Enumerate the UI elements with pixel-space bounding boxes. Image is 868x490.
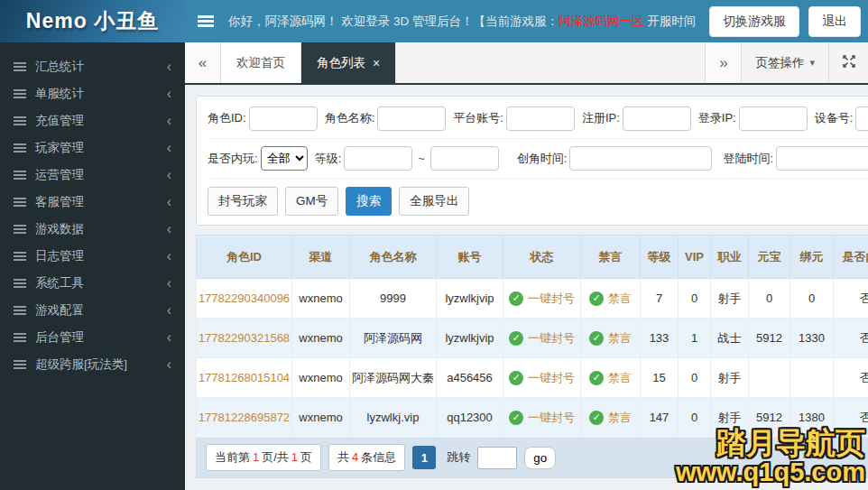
cell-yuanbao: 0 — [749, 279, 790, 319]
tab-role-list[interactable]: 角色列表× — [301, 42, 396, 83]
internal-play-select[interactable]: 全部 — [261, 146, 308, 171]
header-bar: 你好，阿泽源码网！ 欢迎登录 3D 管理后台！【当前游戏服：阿泽源码网一区 开服… — [185, 0, 868, 42]
header-role-id: 角色ID — [197, 236, 292, 279]
header-bangyuan: 绑元 — [790, 236, 834, 279]
cell-role-name: lyzwlkj.vip — [350, 398, 437, 438]
check-icon: ✓ — [589, 291, 604, 306]
close-icon[interactable]: × — [373, 56, 380, 70]
open-time-label: 开服时间： — [644, 14, 700, 28]
sidebar-item-backend-mgmt[interactable]: 后台管理‹ — [0, 324, 185, 351]
page-info-text: 页/共 — [262, 450, 289, 464]
mute-button[interactable]: ✓禁言 — [589, 410, 632, 426]
create-time-input[interactable] — [569, 146, 712, 171]
tabs-scroll-right-button[interactable]: » — [705, 42, 741, 83]
table-row: 17781268015104 wxnemo 阿泽源码网大秦 a456456 ✓一… — [197, 358, 868, 398]
gm-account-button[interactable]: GM号 — [285, 187, 338, 216]
go-button[interactable]: go — [524, 447, 556, 469]
switch-server-button[interactable]: 切换游戏服 — [709, 6, 799, 37]
sidebar-item-label: 玩家管理 — [35, 140, 167, 156]
current-server-name: 阿泽源码网一区 — [559, 14, 644, 28]
cell-role-id[interactable]: 17781228695872 — [197, 398, 292, 438]
device-id-input[interactable] — [855, 106, 868, 131]
level-min-input[interactable] — [344, 146, 412, 171]
mute-label: 禁言 — [608, 291, 632, 307]
sidebar-item-customer-service[interactable]: 客服管理‹ — [0, 189, 185, 216]
logout-button[interactable]: 退出 — [808, 6, 861, 37]
one-click-ban-button[interactable]: ✓一键封号 — [509, 291, 575, 307]
table-row: 17781228695872 wxnemo lyzwlkj.vip qq1230… — [197, 398, 868, 438]
expand-icon — [842, 54, 856, 71]
check-icon: ✓ — [589, 331, 604, 346]
record-count-number: 4 — [352, 450, 358, 464]
level-max-input[interactable] — [430, 146, 499, 171]
jump-page-input[interactable] — [477, 447, 517, 469]
login-ip-input[interactable] — [739, 106, 808, 131]
sidebar-item-single-server-stats[interactable]: 单服统计‹ — [0, 80, 185, 107]
cell-role-id[interactable]: 17782290340096 — [197, 279, 292, 319]
cell-internal: 否 — [834, 398, 868, 438]
chevron-left-icon: ‹ — [167, 89, 171, 98]
sidebar-item-game-config[interactable]: 游戏配置‹ — [0, 297, 185, 324]
tab-spacer — [396, 42, 705, 83]
role-id-label: 角色ID: — [208, 110, 246, 126]
sidebar-item-super-crossserver[interactable]: 超级跨服[玩法类]‹ — [0, 351, 185, 378]
sidebar-toggle-icon[interactable] — [198, 15, 214, 27]
role-id-input[interactable] — [249, 106, 318, 131]
cell-role-id[interactable]: 17782290321568 — [197, 319, 292, 358]
cell-yuanbao: 5912 — [749, 398, 790, 438]
banned-players-button[interactable]: 封号玩家 — [208, 187, 278, 216]
export-all-button[interactable]: 全服导出 — [399, 187, 469, 216]
tab-label: 欢迎首页 — [236, 55, 285, 71]
tab-operations-label: 页签操作 — [755, 55, 804, 71]
cell-status: ✓一键封号 — [503, 319, 581, 358]
cell-channel: wxnemo — [292, 279, 350, 319]
sidebar-item-game-data[interactable]: 游戏数据‹ — [0, 216, 185, 243]
role-name-input[interactable] — [377, 106, 446, 131]
app-logo: Nemo 小丑鱼 — [0, 0, 185, 42]
sidebar-item-log-mgmt[interactable]: 日志管理‹ — [0, 243, 185, 270]
login-time-input[interactable] — [776, 146, 868, 171]
cell-status: ✓一键封号 — [503, 398, 581, 438]
cell-level: 133 — [641, 319, 679, 358]
tab-label: 角色列表 — [317, 55, 365, 71]
sidebar-item-summary-stats[interactable]: 汇总统计‹ — [0, 53, 185, 80]
tabs-scroll-left-button[interactable]: « — [185, 42, 221, 83]
check-icon: ✓ — [509, 331, 523, 346]
cell-channel: wxnemo — [292, 398, 350, 438]
page-info-button: 当前第1页/共1页 — [206, 444, 321, 471]
mute-button[interactable]: ✓禁言 — [589, 291, 632, 307]
tab-welcome-home[interactable]: 欢迎首页 — [221, 42, 301, 83]
range-separator: ~ — [418, 152, 425, 165]
platform-account-input[interactable] — [506, 106, 575, 131]
cell-role-id[interactable]: 17781268015104 — [197, 358, 292, 398]
search-button[interactable]: 搜索 — [346, 187, 392, 216]
tab-bar: « 欢迎首页 角色列表× » 页签操作▾ — [185, 42, 868, 85]
header-greeting: 你好，阿泽源码网！ 欢迎登录 3D 管理后台！【当前游戏服：阿泽源码网一区 开服… — [228, 14, 700, 30]
register-ip-input[interactable] — [623, 106, 691, 131]
one-click-ban-button[interactable]: ✓一键封号 — [509, 370, 575, 386]
cell-vip: 1 — [679, 319, 711, 358]
chevron-left-icon: ‹ — [167, 62, 171, 71]
page-1-button[interactable]: 1 — [412, 446, 436, 469]
cell-internal: 否 — [834, 358, 868, 398]
fullscreen-button[interactable] — [828, 42, 868, 83]
main-area: « 欢迎首页 角色列表× » 页签操作▾ 角色ID: — [185, 42, 868, 490]
cell-vip: 0 — [679, 279, 711, 319]
sidebar-item-recharge-mgmt[interactable]: 充值管理‹ — [0, 107, 185, 134]
mute-label: 禁言 — [608, 330, 632, 347]
register-ip-label: 注册IP: — [582, 110, 620, 126]
menu-bars-icon — [14, 116, 26, 125]
sidebar-item-system-tools[interactable]: 系统工具‹ — [0, 270, 185, 297]
chevron-left-icon: ‹ — [167, 279, 171, 288]
cell-status: ✓一键封号 — [503, 279, 581, 319]
sidebar-item-operations-mgmt[interactable]: 运营管理‹ — [0, 162, 185, 189]
one-click-ban-button[interactable]: ✓一键封号 — [509, 330, 575, 347]
mute-button[interactable]: ✓禁言 — [589, 370, 632, 386]
mute-button[interactable]: ✓禁言 — [589, 330, 632, 347]
sidebar-item-label: 后台管理 — [35, 329, 167, 346]
sidebar-item-player-mgmt[interactable]: 玩家管理‹ — [0, 134, 185, 162]
one-click-ban-button[interactable]: ✓一键封号 — [509, 410, 575, 426]
tab-operations-dropdown[interactable]: 页签操作▾ — [741, 42, 828, 83]
cell-internal: 否 — [834, 319, 868, 358]
sidebar-item-label: 超级跨服[玩法类] — [35, 356, 167, 373]
